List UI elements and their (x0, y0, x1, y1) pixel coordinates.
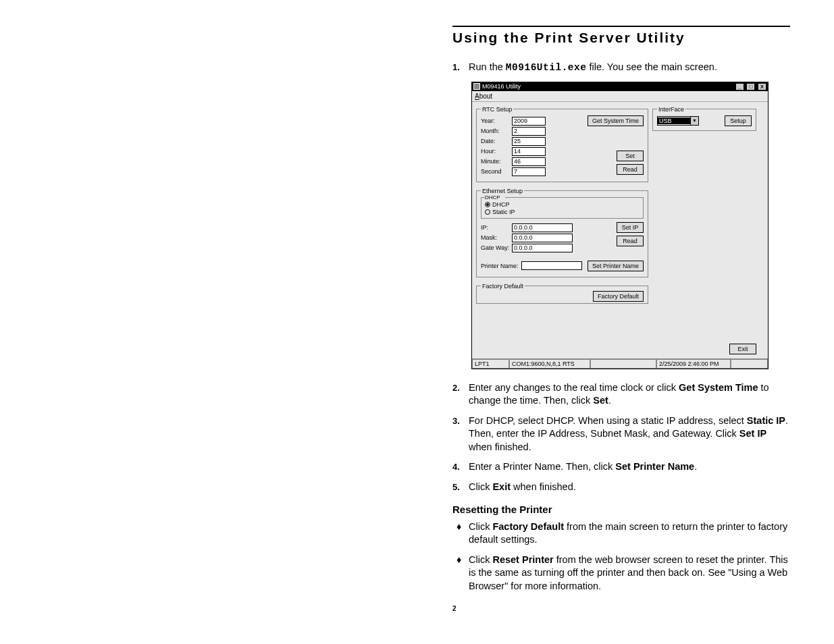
menubar: About (472, 91, 768, 102)
gateway-field[interactable] (512, 244, 573, 252)
step-text: Click Exit when finished. (469, 481, 790, 494)
interface-setup-button[interactable]: Setup (725, 115, 752, 126)
mask-field[interactable] (512, 234, 573, 242)
status-datetime: 2/25/2009 2:46:00 PM (656, 359, 731, 369)
status-com: COM1:9600,N,8,1 RTS (509, 359, 590, 369)
rtc-set-button[interactable]: Set (617, 151, 644, 161)
hour-field[interactable] (512, 147, 546, 156)
statusbar: LPT1 COM1:9600,N,8,1 RTS 2/25/2009 2:46:… (472, 358, 768, 369)
rtc-setup-group: RTC Setup Year: Month: Date: Hour: Minut… (476, 106, 648, 182)
interface-select[interactable]: USB ▼ (657, 116, 699, 126)
interface-group: InterFace USB ▼ Setup (652, 106, 756, 131)
rtc-read-button[interactable]: Read (617, 164, 644, 175)
step-number: 3. (452, 414, 469, 454)
step-text: Enter any changes to the real time clock… (469, 381, 790, 408)
factory-default-button[interactable]: Factory Default (593, 291, 644, 302)
static-ip-radio[interactable]: Static IP (485, 209, 640, 215)
set-printer-name-button[interactable]: Set Printer Name (588, 261, 644, 271)
bullet-icon: ♦ (452, 520, 469, 547)
factory-default-group: Factory Default Factory Default (476, 283, 648, 304)
dhcp-group: DHCP DHCP Static IP (481, 197, 644, 219)
year-field[interactable] (512, 117, 546, 126)
printer-name-field[interactable] (521, 261, 582, 270)
close-icon[interactable]: X (758, 83, 766, 90)
bullet-icon: ♦ (452, 554, 469, 593)
ethernet-setup-group: Ethernet Setup DHCP DHCP Static IP IP: M… (476, 188, 648, 277)
step-number: 4. (452, 460, 469, 474)
minute-field[interactable] (512, 157, 546, 166)
minimize-icon[interactable]: _ (735, 83, 744, 90)
exit-button[interactable]: Exit (729, 344, 756, 354)
dhcp-radio[interactable]: DHCP (485, 201, 640, 208)
step-number: 5. (452, 481, 469, 494)
titlebar: M09416 Utility _ □ X (472, 82, 768, 91)
window-title: M09416 Utility (482, 83, 521, 90)
month-field[interactable] (512, 127, 546, 136)
subheading: Resetting the Printer (452, 504, 790, 515)
bullet-text: Click Factory Default from the main scre… (469, 520, 790, 547)
menu-about[interactable]: About (475, 92, 492, 100)
eth-read-button[interactable]: Read (617, 236, 644, 246)
utility-window: M09416 Utility _ □ X About RTC Setup Yea… (471, 82, 768, 369)
status-lpt: LPT1 (472, 359, 509, 369)
date-field[interactable] (512, 137, 546, 146)
second-field[interactable] (512, 167, 546, 176)
chevron-down-icon[interactable]: ▼ (690, 117, 698, 125)
step-number: 1. (452, 61, 469, 75)
ip-field[interactable] (512, 223, 573, 232)
step-text: Enter a Printer Name. Then, click Set Pr… (469, 460, 790, 474)
get-system-time-button[interactable]: Get System Time (588, 115, 644, 126)
app-icon (473, 83, 480, 90)
bullet-text: Click Reset Printer from the web browser… (469, 554, 790, 593)
page-number: 2 (452, 605, 790, 612)
step-text: For DHCP, select DHCP. When using a stat… (469, 414, 790, 454)
set-ip-button[interactable]: Set IP (617, 222, 644, 233)
page-title: Using the Print Server Utility (452, 26, 790, 46)
step-text: Run the M0916Util.exe file. You see the … (469, 61, 790, 75)
step-number: 2. (452, 381, 469, 408)
maximize-icon[interactable]: □ (746, 83, 755, 90)
